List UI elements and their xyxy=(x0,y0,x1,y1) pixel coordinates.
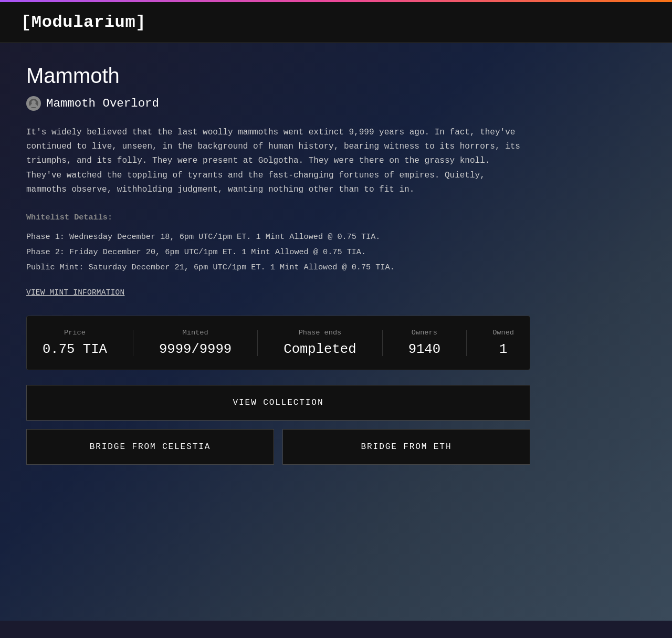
main-content: Mammoth Mammoth Overlord It's widely bel… xyxy=(0,43,672,621)
stat-divider-4 xyxy=(466,330,467,356)
bridge-eth-button[interactable]: BRIDGE FROM ETH xyxy=(282,429,530,465)
overlord-row: Mammoth Overlord xyxy=(26,96,646,111)
minted-label: Minted xyxy=(183,329,208,337)
stat-minted: Minted 9999/9999 xyxy=(159,329,232,357)
project-title: Mammoth xyxy=(26,64,646,88)
project-description: It's widely believed that the last wooll… xyxy=(26,125,530,197)
stat-phase: Phase ends Completed xyxy=(284,329,356,357)
overlord-icon xyxy=(26,96,41,111)
header: [Modularium] xyxy=(0,2,672,43)
price-label: Price xyxy=(64,329,86,337)
phase-value: Completed xyxy=(284,342,356,357)
bridge-celestia-button[interactable]: BRIDGE FROM CELESTIA xyxy=(26,429,274,465)
owned-value: 1 xyxy=(499,342,507,357)
view-mint-link[interactable]: VIEW MINT INFORMATION xyxy=(26,288,124,297)
stat-divider-2 xyxy=(257,330,258,356)
stat-owners: Owners 9140 xyxy=(408,329,440,357)
price-value: 0.75 TIA xyxy=(43,342,107,357)
whitelist-phase1: Phase 1: Wednesday December 18, 6pm UTC/… xyxy=(26,229,646,245)
stat-price: Price 0.75 TIA xyxy=(43,329,107,357)
phase-label: Phase ends xyxy=(299,329,342,337)
whitelist-label: Whitelist Details: xyxy=(26,213,646,222)
stats-card: Price 0.75 TIA Minted 9999/9999 Phase en… xyxy=(26,316,530,370)
stat-owned: Owned 1 xyxy=(492,329,514,357)
bridge-buttons-row: BRIDGE FROM CELESTIA BRIDGE FROM ETH xyxy=(26,429,530,465)
stat-divider-3 xyxy=(382,330,383,356)
stat-divider-1 xyxy=(133,330,133,356)
app-title: [Modularium] xyxy=(21,13,146,32)
minted-value: 9999/9999 xyxy=(159,342,232,357)
owners-label: Owners xyxy=(412,329,437,337)
view-collection-button[interactable]: VIEW COLLECTION xyxy=(26,385,530,421)
whitelist-phase2: Phase 2: Friday December 20, 6pm UTC/1pm… xyxy=(26,245,646,260)
whitelist-phases: Phase 1: Wednesday December 18, 6pm UTC/… xyxy=(26,229,646,275)
overlord-name: Mammoth Overlord xyxy=(46,97,159,110)
whitelist-public: Public Mint: Saturday December 21, 6pm U… xyxy=(26,260,646,275)
owners-value: 9140 xyxy=(408,342,440,357)
owned-label: Owned xyxy=(492,329,514,337)
